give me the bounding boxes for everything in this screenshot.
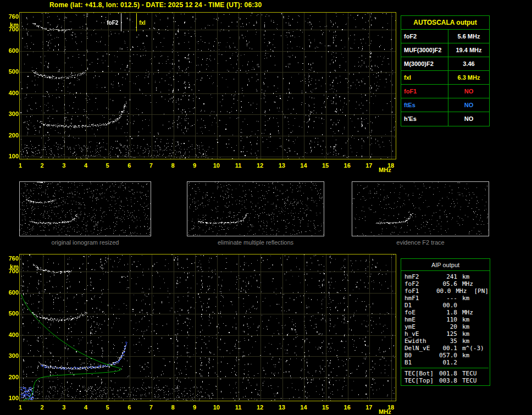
y-tick-label: 500 bbox=[3, 68, 19, 75]
y-tick-label: 600 bbox=[3, 47, 19, 54]
aip-param-value: 057.0 bbox=[437, 352, 457, 359]
aip-param-extra bbox=[480, 280, 483, 287]
aip-param-value: 110 bbox=[437, 316, 457, 323]
ionogram-top-canvas bbox=[20, 13, 396, 159]
x-tick-label: 8 bbox=[167, 404, 179, 411]
autoscala-param-value: NO bbox=[448, 112, 489, 126]
aip-param-unit: MHz bbox=[457, 280, 480, 287]
aip-param-value: --- bbox=[437, 295, 457, 302]
x-tick-label: 11 bbox=[232, 162, 244, 169]
aip-param-extra bbox=[480, 352, 483, 359]
aip-row-yme: ymE20km bbox=[404, 323, 489, 330]
ionogram-bottom-plot bbox=[19, 254, 396, 401]
x-tick-label: 14 bbox=[297, 162, 309, 169]
aip-param-extra: [PN] bbox=[472, 287, 489, 295]
autoscala-param-label: M(3000)F2 bbox=[401, 57, 448, 70]
autoscala-param-value: NO bbox=[448, 85, 489, 98]
aip-param-unit: km bbox=[457, 316, 480, 323]
aip-param-unit: km bbox=[457, 330, 480, 337]
aip-param-name: B0 bbox=[404, 352, 437, 359]
aip-header: AIP output bbox=[401, 259, 490, 271]
autoscala-param-label: foF1 bbox=[401, 85, 448, 98]
autoscala-row-ftes: ftEsNO bbox=[401, 98, 489, 112]
aip-param-value: 241 bbox=[437, 273, 457, 280]
aip-param-extra bbox=[480, 323, 483, 330]
aip-row-foe: foE1.8MHz bbox=[404, 309, 489, 316]
y-tick-label: 600 bbox=[3, 289, 19, 296]
x-tick-label: 15 bbox=[319, 404, 331, 411]
x-tick-label: 3 bbox=[58, 404, 70, 411]
x-tick-label: 6 bbox=[123, 162, 135, 169]
aip-param-value: 001.8 bbox=[437, 370, 457, 377]
autoscala-row-m3000f2: M(3000)F23.46 bbox=[401, 57, 489, 71]
x-tick-label: 1 bbox=[14, 162, 26, 169]
autoscala-row-fof2: foF25.6 MHz bbox=[401, 30, 489, 43]
aip-row-ewidth: Ewidth35km bbox=[404, 337, 489, 345]
autoscala-header: AUTOSCALA output bbox=[401, 16, 489, 30]
x-tick-label: 10 bbox=[210, 162, 223, 169]
aip-param-unit: km bbox=[457, 295, 480, 302]
x-tick-label: 17 bbox=[363, 404, 375, 411]
aip-param-extra bbox=[480, 337, 483, 345]
aip-param-unit: TECU bbox=[457, 370, 480, 377]
aip-param-name: TEC[Bot] bbox=[404, 370, 437, 377]
aip-output-table: AIP output hmF2241kmfoF205.6MHzfoF100.0M… bbox=[401, 258, 490, 386]
aip-param-unit: MHz bbox=[457, 309, 480, 316]
aip-param-value: 20 bbox=[437, 323, 457, 330]
x-tick-label: 2 bbox=[36, 162, 48, 169]
thumbnail-original-canvas bbox=[20, 182, 151, 236]
autoscala-param-value: 19.4 MHz bbox=[448, 43, 489, 57]
aip-param-extra bbox=[480, 316, 483, 323]
aip-param-value: 1.8 bbox=[437, 309, 457, 316]
thumbnail-eliminate-reflections bbox=[187, 181, 324, 236]
aip-param-value: 00.0 bbox=[437, 302, 457, 309]
aip-row-fof1: foF100.0MHz[PN] bbox=[404, 287, 489, 295]
aip-param-value: 35 bbox=[437, 337, 457, 345]
aip-param-extra bbox=[480, 330, 483, 337]
x-tick-label: 16 bbox=[341, 404, 353, 411]
aip-param-unit: km bbox=[457, 273, 480, 280]
aip-row-d1: D100.0 bbox=[404, 302, 489, 309]
aip-row-tecbot: TEC[Bot]001.8TECU bbox=[404, 370, 489, 377]
aip-param-extra bbox=[480, 359, 483, 366]
autoscala-rows: foF25.6 MHzMUF(3000)F219.4 MHzM(3000)F23… bbox=[401, 30, 489, 126]
x-tick-label: 4 bbox=[80, 404, 92, 411]
x-tick-label: 13 bbox=[276, 404, 288, 411]
aip-param-value: 01.2 bbox=[437, 359, 457, 366]
fxi-annotation-label: fxI bbox=[139, 20, 160, 26]
x-tick-label: 15 bbox=[319, 162, 331, 169]
thumbnail-original-caption: original ionogram resized bbox=[19, 239, 151, 246]
x-tick-label: 9 bbox=[189, 404, 201, 411]
aip-row-hme: hmE110km bbox=[404, 316, 489, 323]
aip-param-name: TEC[Top] bbox=[404, 377, 437, 384]
thumbnail-evidence-f2 bbox=[352, 181, 489, 236]
y-tick-label: 500 bbox=[3, 310, 19, 317]
x-axis-unit: MHz bbox=[375, 408, 394, 415]
thumbnail-eliminate-canvas bbox=[187, 182, 324, 236]
aip-param-extra bbox=[480, 295, 483, 302]
aip-param-unit bbox=[457, 302, 480, 309]
autoscala-param-value: 3.46 bbox=[448, 57, 489, 70]
aip-row-fof2: foF205.6MHz bbox=[404, 280, 489, 287]
aip-param-unit: km bbox=[457, 323, 480, 330]
aip-param-name: B1 bbox=[404, 359, 437, 366]
autoscala-param-value: NO bbox=[448, 98, 489, 112]
aip-row-delnve: DelN_vE00.1m^(-3) bbox=[404, 345, 489, 352]
aip-row-tectop: TEC[Top]003.8TECU bbox=[404, 377, 489, 384]
x-tick-label: 8 bbox=[167, 162, 179, 169]
aip-param-unit: TECU bbox=[457, 377, 480, 384]
aip-param-unit: km bbox=[457, 352, 480, 359]
app-window: { "title": "Rome (lat: +41.8, lon: 012.5… bbox=[0, 0, 532, 415]
x-tick-label: 5 bbox=[102, 404, 114, 411]
aip-param-unit bbox=[457, 359, 480, 366]
aip-tec-rows: TEC[Bot]001.8TECUTEC[Top]003.8TECU bbox=[404, 370, 489, 384]
aip-param-extra bbox=[480, 345, 483, 352]
x-tick-label: 16 bbox=[341, 162, 353, 169]
x-tick-label: 6 bbox=[123, 404, 135, 411]
aip-param-value: 05.6 bbox=[437, 280, 457, 287]
aip-param-name: D1 bbox=[404, 302, 437, 309]
aip-param-extra bbox=[480, 309, 483, 316]
autoscala-param-label: fxI bbox=[401, 71, 448, 84]
x-tick-label: 14 bbox=[297, 404, 309, 411]
aip-param-unit: m^(-3) bbox=[457, 345, 480, 352]
